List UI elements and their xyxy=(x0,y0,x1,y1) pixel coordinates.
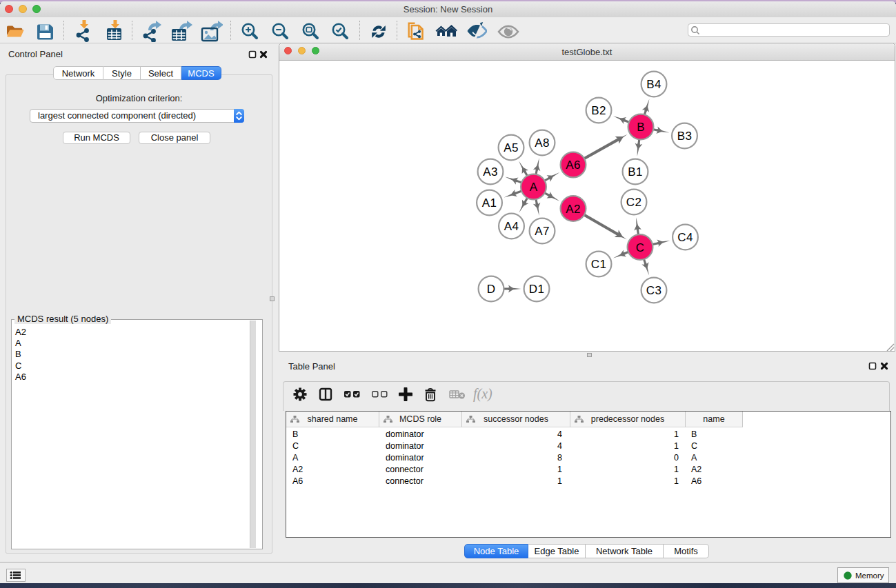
svg-text:C3: C3 xyxy=(646,284,662,297)
svg-text:D1: D1 xyxy=(529,283,545,296)
svg-text:B2: B2 xyxy=(591,104,606,117)
svg-text:D: D xyxy=(487,283,496,296)
svg-text:A8: A8 xyxy=(535,136,550,150)
svg-text:B1: B1 xyxy=(628,165,643,179)
svg-text:A: A xyxy=(530,181,538,194)
svg-text:C1: C1 xyxy=(591,258,607,271)
svg-text:A2: A2 xyxy=(566,203,581,216)
svg-text:B3: B3 xyxy=(677,130,693,143)
svg-text:A1: A1 xyxy=(482,196,497,210)
svg-text:A4: A4 xyxy=(504,220,519,233)
svg-text:A5: A5 xyxy=(504,141,519,154)
svg-text:A6: A6 xyxy=(566,159,581,172)
svg-text:A3: A3 xyxy=(483,165,498,179)
svg-text:B4: B4 xyxy=(646,78,661,91)
svg-text:C2: C2 xyxy=(626,196,642,209)
svg-text:C: C xyxy=(636,241,645,254)
svg-text:A7: A7 xyxy=(535,225,550,238)
svg-text:B: B xyxy=(637,121,645,134)
svg-text:C4: C4 xyxy=(677,231,693,244)
